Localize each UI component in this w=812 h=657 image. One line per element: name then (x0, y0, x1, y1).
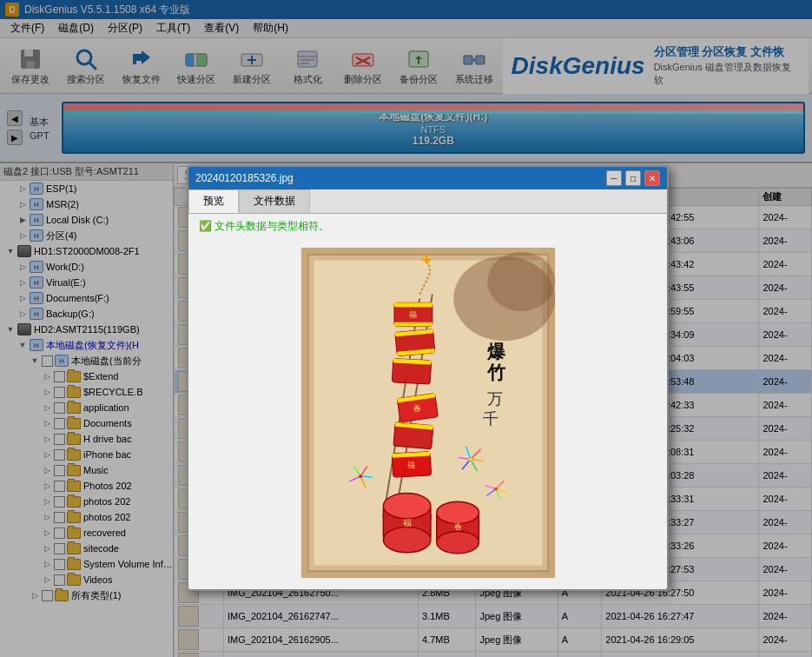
modal-tabs: 预览 文件数据 (188, 189, 667, 214)
modal-title: 20240120185326.jpg (195, 172, 606, 184)
svg-point-46 (383, 494, 431, 519)
modal-titlebar: 20240120185326.jpg ─ □ ✕ (188, 167, 667, 189)
tab-preview[interactable]: 预览 (188, 189, 239, 213)
svg-text:千: 千 (483, 410, 498, 428)
svg-point-71 (359, 474, 362, 478)
preview-image: 福 春 福 (298, 248, 558, 578)
svg-point-45 (383, 528, 431, 553)
svg-rect-28 (394, 322, 432, 327)
modal-maximize-button[interactable]: □ (625, 170, 641, 186)
svg-point-65 (494, 488, 498, 491)
svg-text:竹: 竹 (486, 362, 506, 383)
svg-text:爆: 爆 (486, 342, 506, 362)
svg-text:福: 福 (408, 310, 416, 319)
modal-controls: ─ □ ✕ (606, 170, 660, 186)
modal-status: ✅ 文件头数据与类型相符。 (188, 214, 667, 239)
svg-text:福: 福 (402, 518, 411, 528)
svg-text:春: 春 (453, 522, 461, 531)
modal-minimize-button[interactable]: ─ (606, 170, 622, 186)
svg-text:春: 春 (413, 404, 420, 413)
svg-text:万: 万 (487, 390, 503, 408)
modal-image-area: 福 春 福 (188, 239, 667, 587)
image-preview-modal: 20240120185326.jpg ─ □ ✕ 预览 文件数据 ✅ 文件头数据… (187, 165, 669, 591)
svg-point-51 (436, 501, 479, 523)
svg-point-25 (487, 252, 555, 311)
svg-rect-27 (394, 302, 432, 307)
svg-point-59 (468, 458, 472, 461)
modal-close-button[interactable]: ✕ (644, 170, 660, 186)
tab-filedata[interactable]: 文件数据 (239, 189, 310, 213)
svg-line-67 (360, 476, 373, 477)
svg-point-50 (436, 531, 479, 553)
svg-text:福: 福 (407, 461, 415, 469)
modal-overlay: 20240120185326.jpg ─ □ ✕ 预览 文件数据 ✅ 文件头数据… (0, 0, 812, 657)
